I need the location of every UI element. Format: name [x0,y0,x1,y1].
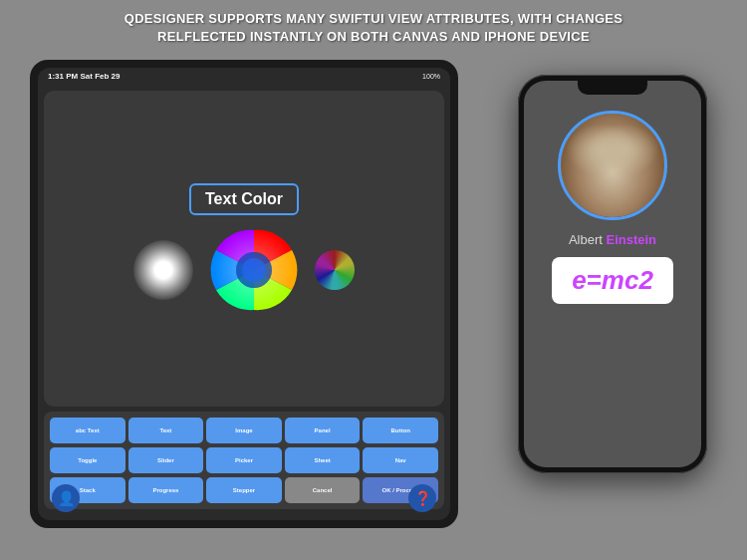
iphone-frame: Albert Einstein e=mc2 [518,75,707,473]
iphone-screen: Albert Einstein e=mc2 [524,81,701,467]
toolbar-btn-button[interactable]: Button [363,418,438,443]
toolbar-btn-sheet[interactable]: Sheet [285,447,361,473]
svg-point-3 [242,258,266,282]
toolbar-btn-picker[interactable]: Picker [206,447,282,473]
ipad-screen: 1:31 PM Sat Feb 29 100% Text Color [38,68,450,520]
toolbar-btn-slider[interactable]: Slider [128,447,204,473]
color-picker-row [133,225,355,315]
formula-text: e=mc2 [572,265,653,295]
formula-box: e=mc2 [552,257,673,304]
person-last-name: Einstein [607,232,657,247]
einstein-photo [558,111,667,220]
help-icon-right[interactable]: ❓ [408,484,436,512]
person-name-label: Albert Einstein [569,232,656,247]
toolbar-btn-text[interactable]: abc Text [50,418,125,443]
color-swatch[interactable] [315,250,355,290]
person-first-name: Albert [569,232,607,247]
toolbar-btn-image[interactable]: Image [206,418,282,443]
ipad-battery: 100% [422,73,440,80]
iphone-notch [578,81,647,95]
color-picker-panel[interactable]: Text Color [44,91,444,407]
einstein-face-art [561,114,664,217]
user-icon-left[interactable]: 👤 [52,484,80,512]
toolbar-btn-toggle[interactable]: Toggle [50,447,125,473]
ipad-bottom-bar: 👤 ❓ [46,484,442,512]
toolbar-row-1: abc Text Text Image Panel Button [50,418,438,443]
ipad-frame: 1:31 PM Sat Feb 29 100% Text Color [30,60,458,528]
header-description: QDesigner supports many SwiftUI view att… [0,10,747,46]
ipad-content: Text Color [38,85,450,515]
ipad-statusbar: 1:31 PM Sat Feb 29 100% [38,68,450,85]
toolbar-btn-panel[interactable]: Panel [285,418,361,443]
color-wheel[interactable] [209,225,299,315]
brightness-slider[interactable] [133,240,193,300]
text-color-label: Text Color [189,183,299,215]
toolbar-btn-nav[interactable]: Nav [363,447,438,473]
ipad-time: 1:31 PM Sat Feb 29 [48,72,120,81]
toolbar-btn-text2[interactable]: Text [128,418,204,443]
toolbar-row-2: Toggle Slider Picker Sheet Nav [50,447,438,473]
